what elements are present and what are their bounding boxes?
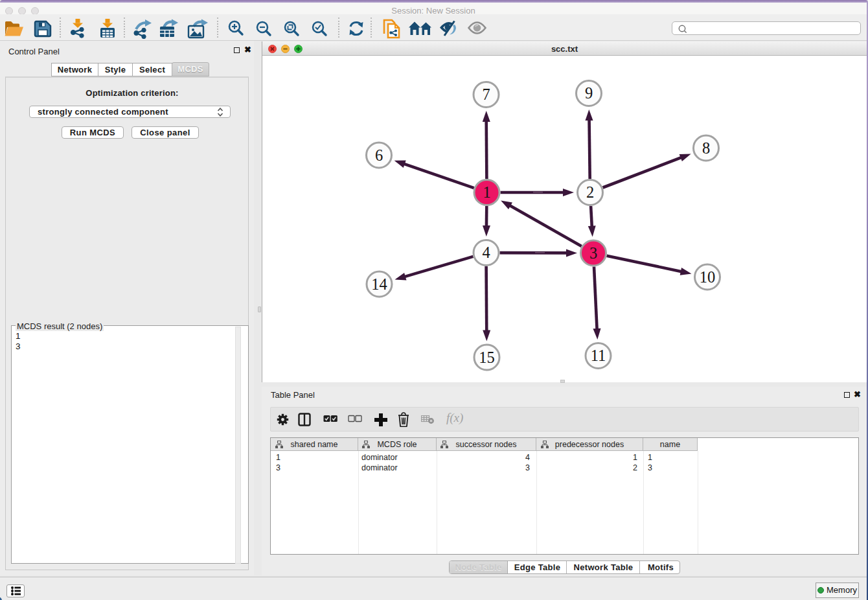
svg-text:15: 15 [479, 349, 495, 366]
svg-text:2: 2 [586, 183, 594, 201]
svg-text:14: 14 [371, 275, 387, 293]
svg-text:10: 10 [700, 268, 716, 286]
svg-text:11: 11 [591, 347, 606, 364]
svg-text:4: 4 [482, 244, 490, 261]
svg-text:9: 9 [585, 84, 593, 102]
svg-text:8: 8 [702, 139, 710, 157]
svg-text:3: 3 [589, 244, 597, 262]
svg-text:1: 1 [483, 183, 490, 201]
svg-text:7: 7 [482, 86, 490, 103]
svg-text:6: 6 [375, 146, 383, 164]
